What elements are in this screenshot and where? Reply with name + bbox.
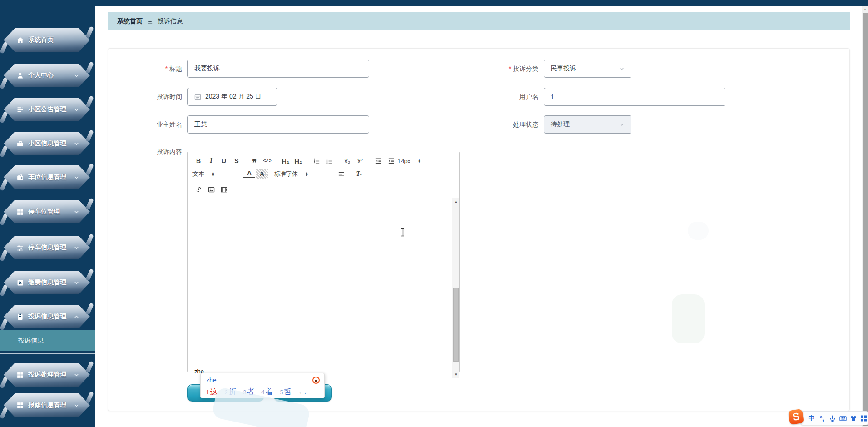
sogou-s-logo[interactable]: S (788, 409, 804, 425)
top-bar (0, 0, 868, 6)
chevron-down-icon (74, 107, 79, 112)
sidebar-item-label: 小区信息管理 (28, 139, 66, 148)
sogou-toolbar: 中 º, (801, 411, 868, 425)
sidebar-item-payment-info[interactable]: 缴费信息管理 (4, 271, 90, 294)
sidebar-item-parking-space-info[interactable]: 车位信息管理 (4, 165, 90, 189)
sidebar-item-label: 报修信息管理 (28, 401, 66, 409)
sliders-icon (16, 244, 24, 252)
page-scrollbar[interactable]: ▲ (862, 6, 868, 427)
ime-prev-page[interactable]: ‹ (299, 389, 301, 396)
scroll-up-icon[interactable]: ▲ (452, 198, 459, 205)
sidebar-item-parking-space-mgmt[interactable]: 停车位管理 (4, 200, 90, 223)
toolbox-grid-icon[interactable] (860, 415, 868, 422)
sidebar-item-community-info[interactable]: 小区信息管理 (4, 132, 90, 155)
page-scrollbar-thumb[interactable] (863, 13, 868, 426)
title-label: 标题 (108, 60, 182, 78)
header1-button[interactable]: H₁ (280, 155, 291, 166)
sidebar-item-complaint-handling[interactable]: 投诉处理管理 (4, 363, 90, 387)
ordered-list-button[interactable] (311, 155, 322, 166)
breadcrumb-separator-icon (147, 19, 153, 25)
superscript-button[interactable]: x² (354, 155, 366, 166)
link-button[interactable] (192, 184, 204, 195)
grid-icon (16, 371, 24, 379)
italic-button[interactable]: I (205, 155, 217, 166)
text-color-button[interactable]: A (243, 170, 255, 178)
bold-button[interactable]: B (192, 155, 204, 166)
strikethrough-button[interactable]: S (231, 155, 242, 166)
blockquote-button[interactable]: ❞ (249, 155, 261, 166)
scroll-down-icon[interactable]: ▼ (452, 371, 459, 378)
ime-candidate[interactable]: 5哲 (280, 387, 292, 397)
keyboard-icon[interactable] (839, 415, 847, 422)
sidebar-item-label: 投诉信息管理 (28, 313, 66, 321)
category-label: 投诉分类 (464, 60, 538, 78)
sogou-logo-icon[interactable] (312, 377, 320, 384)
editor-content-area[interactable]: zhe ▲ ▼ (188, 198, 459, 378)
category-value: 民事投诉 (551, 65, 576, 73)
breadcrumb-current: 投诉信息 (158, 17, 183, 25)
subscript-button[interactable]: x₂ (341, 155, 353, 166)
category-select[interactable]: 民事投诉 (544, 60, 631, 78)
chinese-mode-icon[interactable]: 中 (808, 414, 815, 422)
sidebar-subitem-complaint-info[interactable]: 投诉信息 (0, 330, 95, 351)
ime-candidate[interactable]: 4着 (261, 387, 273, 397)
chevron-down-icon (74, 209, 79, 214)
skin-tshirt-icon[interactable] (849, 415, 857, 422)
ime-candidate-window: zhe 1这 2折 3者 4着 5哲 ‹ › (200, 373, 325, 398)
owner-name-input[interactable]: 王慧 (187, 115, 369, 134)
title-input[interactable]: 我要投诉 (187, 60, 369, 78)
ime-next-page[interactable]: › (305, 389, 306, 396)
ime-candidate[interactable]: 2折 (225, 387, 237, 397)
outdent-button[interactable] (372, 155, 384, 166)
time-input[interactable]: 2023 年 02 月 25 日 (187, 88, 277, 106)
sidebar-item-home[interactable]: 系统首页 (4, 28, 90, 52)
video-button[interactable] (218, 184, 230, 195)
status-select[interactable]: 待处理 (544, 115, 631, 134)
announcement-icon (16, 106, 24, 114)
sidebar-item-announcements[interactable]: 小区公告管理 (4, 98, 90, 121)
ime-candidate[interactable]: 3者 (243, 387, 255, 397)
underline-button[interactable]: U (218, 155, 230, 166)
ime-caret (217, 377, 217, 384)
grid-icon (16, 402, 24, 409)
indent-button[interactable] (385, 155, 397, 166)
editor-toolbar: B I U S ❞ </> H₁ H₂ x₂ x² 14px ▲▼ 文本 (188, 152, 459, 198)
content-label: 投诉内容 (108, 147, 182, 157)
clipboard-icon (16, 313, 24, 321)
highlight-color-button[interactable]: A (256, 169, 268, 179)
header-style-picker[interactable]: 文本 ▲▼ (192, 170, 236, 178)
clear-format-button[interactable]: Tx (353, 169, 365, 179)
complaint-form-card: 标题 我要投诉 投诉分类 民事投诉 投诉时间 2023 年 02 月 25 日 … (108, 48, 850, 411)
chevron-down-icon (74, 73, 79, 78)
breadcrumb: 系统首页 投诉信息 (108, 12, 850, 30)
sidebar-item-parking-info[interactable]: 停车信息管理 (4, 236, 90, 259)
time-value: 2023 年 02 月 25 日 (205, 93, 261, 101)
punctuation-mode-icon[interactable]: º, (818, 415, 826, 422)
font-family-picker[interactable]: 标准字体 ▲▼ (274, 170, 328, 178)
username-value: 1 (551, 93, 554, 100)
scroll-up-icon[interactable]: ▲ (862, 6, 868, 13)
editor-scrollbar-thumb[interactable] (453, 288, 459, 362)
ime-composition: zhe (206, 377, 217, 384)
breadcrumb-home-link[interactable]: 系统首页 (117, 17, 143, 25)
align-button[interactable] (335, 169, 347, 179)
ime-candidate[interactable]: 1这 (206, 387, 218, 397)
grid-icon (16, 208, 24, 216)
status-label: 处理状态 (464, 115, 538, 134)
editor-scrollbar[interactable]: ▲ ▼ (452, 198, 459, 378)
username-label: 用户名 (464, 88, 538, 106)
image-button[interactable] (205, 184, 217, 195)
microphone-icon[interactable] (829, 415, 836, 422)
sidebar-item-profile[interactable]: 个人中心 (4, 64, 90, 87)
header2-button[interactable]: H₂ (292, 155, 304, 166)
sidebar: 系统首页 个人中心 小区公告管理 小区信息管理 车位信息管理 (0, 0, 95, 427)
header-style-value: 文本 (192, 170, 204, 178)
code-block-button[interactable]: </> (261, 155, 273, 166)
sidebar-item-repair-info[interactable]: 报修信息管理 (4, 393, 90, 417)
bullet-list-button[interactable] (323, 155, 335, 166)
calendar-icon (194, 94, 201, 100)
sidebar-item-complaint-info-mgmt[interactable]: 投诉信息管理 (4, 305, 90, 328)
font-size-picker[interactable]: 14px ▲▼ (398, 158, 437, 164)
username-input[interactable]: 1 (544, 88, 725, 106)
updown-arrows-icon: ▲▼ (305, 172, 308, 176)
